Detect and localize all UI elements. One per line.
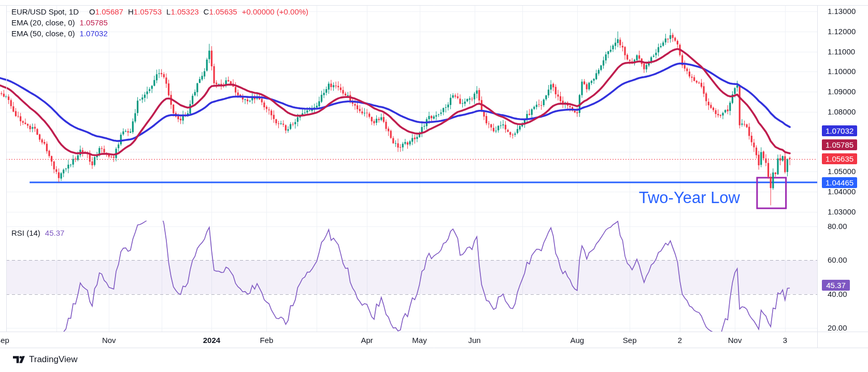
time-axis-label: Sep	[623, 336, 637, 345]
time-axis-label: Apr	[361, 336, 373, 345]
rsi-label: RSI (14)	[11, 228, 40, 237]
change-label: +0.00000 (+0.00%)	[242, 7, 308, 16]
time-axis-label: 3	[783, 336, 787, 345]
ema20-legend-row[interactable]: EMA (20, close, 0) 1.05785	[11, 18, 308, 29]
time-axis-label: Nov	[728, 336, 742, 345]
price-axis-label: 1.09000	[828, 87, 856, 96]
time-axis-label: May	[412, 336, 426, 345]
time-axis-label: 2024	[203, 336, 220, 345]
low-label: L1.05323	[166, 7, 199, 16]
tradingview-logo-icon[interactable]	[13, 356, 25, 363]
high-label: H1.05753	[128, 7, 162, 16]
support-price-badge: 1.04465	[822, 177, 857, 188]
last-price-badge: 1.05635	[822, 153, 857, 164]
ema50-value: 1.07032	[80, 29, 108, 38]
ema50-label: EMA (50, close, 0)	[11, 29, 75, 38]
price-axis-label: 1.05000	[828, 167, 856, 176]
ema50-price-badge: 1.07032	[822, 125, 857, 136]
footer: TradingView	[13, 354, 78, 365]
ema20-price-badge: 1.05785	[822, 139, 857, 150]
rsi-axis-label: 40.00	[828, 290, 847, 299]
price-axis-label: 1.10000	[828, 67, 856, 76]
rsi-value: 45.37	[45, 228, 65, 237]
rsi-value-badge: 45.37	[822, 280, 850, 291]
rsi-axis-label: 20.00	[828, 323, 847, 333]
price-axis-label: 1.03000	[828, 207, 856, 217]
open-label: O1.05687	[89, 7, 123, 16]
symbol-title: EUR/USD Spot, 1D	[11, 7, 79, 16]
time-axis-label: Nov	[102, 336, 116, 345]
chart-canvas[interactable]	[0, 0, 868, 372]
price-axis-label: 1.04000	[828, 187, 856, 196]
price-axis-label: 1.08000	[828, 107, 856, 117]
time-axis-label: Aug	[570, 336, 584, 345]
price-axis-label: 1.11000	[828, 47, 855, 56]
ema20-label: EMA (20, close, 0)	[11, 18, 75, 27]
rsi-legend-row[interactable]: RSI (14) 45.37	[11, 228, 64, 237]
rsi-axis-label: 60.00	[828, 255, 847, 265]
ema50-legend-row[interactable]: EMA (50, close, 0) 1.07032	[11, 29, 308, 40]
close-label: C1.05635	[204, 7, 237, 16]
price-axis-label: 1.13000	[828, 7, 856, 16]
rsi-axis-label: 80.00	[828, 222, 847, 231]
price-axis-label: 1.12000	[828, 27, 856, 36]
two-year-low-annotation[interactable]: Two-Year Low	[622, 189, 740, 207]
time-axis-label: Jun	[468, 336, 480, 345]
time-axis-label: 2	[678, 336, 682, 345]
time-axis-label: Sep	[0, 336, 9, 345]
ema20-value: 1.05785	[80, 18, 108, 27]
trading-chart-app: EUR/USD Spot, 1D O1.05687 H1.05753 L1.05…	[0, 0, 868, 372]
tradingview-brand-text[interactable]: TradingView	[29, 354, 78, 365]
time-axis-label: Feb	[260, 336, 274, 345]
main-legend: EUR/USD Spot, 1D O1.05687 H1.05753 L1.05…	[11, 7, 308, 40]
symbol-legend-row[interactable]: EUR/USD Spot, 1D O1.05687 H1.05753 L1.05…	[11, 7, 308, 18]
